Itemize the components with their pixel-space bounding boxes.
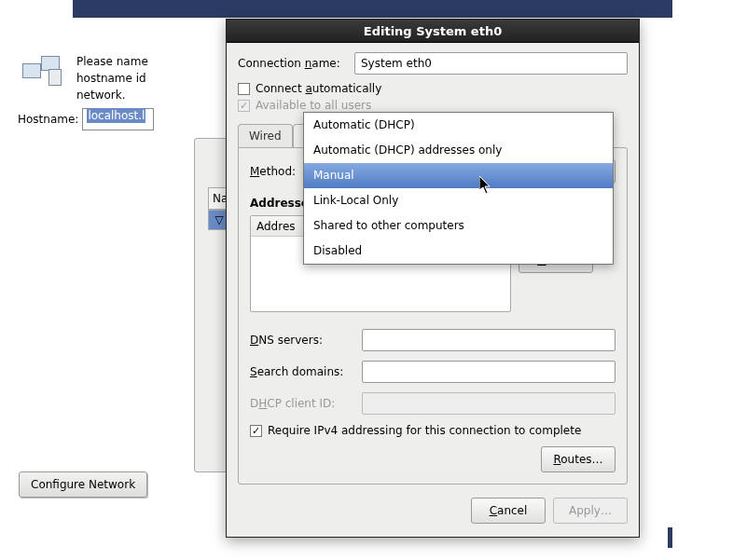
search-domains-label: Search domains: <box>250 365 362 378</box>
method-option[interactable]: Disabled <box>304 239 613 264</box>
edit-connection-dialog: Editing System eth0 Connection name: Sys… <box>226 19 640 538</box>
network-computers-icon <box>22 56 63 89</box>
dhcp-client-id-input <box>362 392 616 415</box>
hostname-input-value: localhost.l <box>87 108 145 123</box>
search-domains-input[interactable] <box>362 361 616 383</box>
method-dropdown-menu[interactable]: Automatic (DHCP)Automatic (DHCP) address… <box>303 112 614 265</box>
dns-servers-input[interactable] <box>362 329 616 351</box>
text-line: hostname id <box>76 70 148 87</box>
connection-name-input[interactable]: System eth0 <box>354 52 628 75</box>
cancel-button[interactable]: Cancel <box>471 498 546 524</box>
text-line: Please name <box>76 53 148 70</box>
method-label: Method: <box>250 165 306 178</box>
method-option[interactable]: Automatic (DHCP) <box>304 113 613 138</box>
hostname-instruction-text: Please name hostname id network. <box>76 53 148 103</box>
dhcp-client-id-label: DHCP client ID: <box>250 397 362 410</box>
dns-servers-label: DNS servers: <box>250 334 362 347</box>
connect-auto-checkbox[interactable] <box>238 83 250 95</box>
configure-network-button[interactable]: Configure Network <box>19 471 147 498</box>
apply-button: Apply… <box>553 498 628 524</box>
method-option[interactable]: Manual <box>304 163 613 188</box>
method-option[interactable]: Automatic (DHCP) addresses only <box>304 138 613 163</box>
hostname-input[interactable]: localhost.l <box>82 108 154 130</box>
connect-auto-label: Connect automatically <box>256 82 381 95</box>
available-all-users-checkbox: ✓ <box>238 100 250 112</box>
require-ipv4-checkbox[interactable]: ✓ <box>250 425 262 437</box>
method-option[interactable]: Link-Local Only <box>304 188 613 213</box>
require-ipv4-label: Require IPv4 addressing for this connect… <box>268 424 581 437</box>
footer-accent <box>668 527 672 548</box>
tab-wired[interactable]: Wired <box>238 124 293 148</box>
hostname-label: Hostname: <box>18 113 78 126</box>
available-all-users-label: Available to all users <box>256 99 371 112</box>
dialog-title: Editing System eth0 <box>227 20 639 43</box>
method-option[interactable]: Shared to other computers <box>304 213 613 239</box>
text-line: network. <box>76 87 148 103</box>
connection-name-label: Connection name: <box>238 57 354 70</box>
routes-button[interactable]: Routes… <box>541 446 616 472</box>
installer-header-band <box>73 0 672 18</box>
